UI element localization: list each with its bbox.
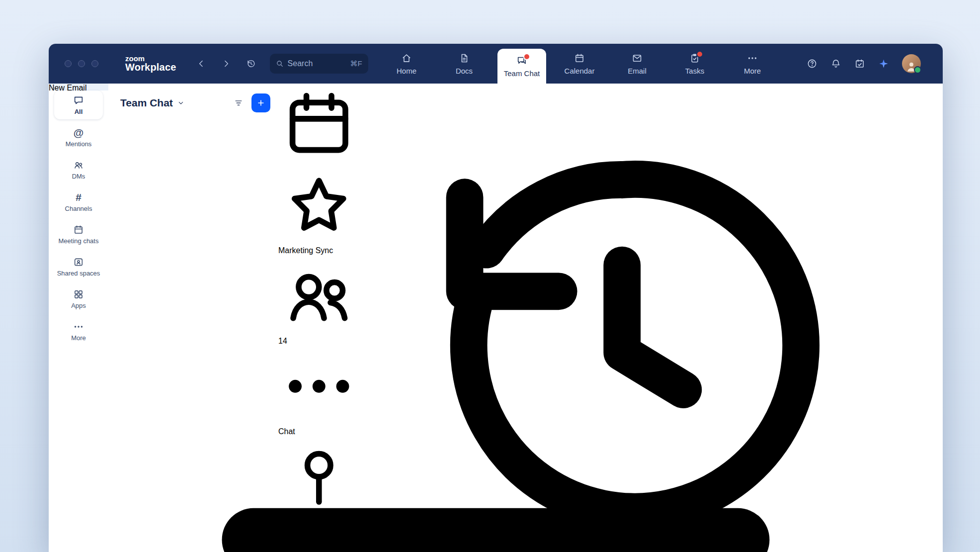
history-button[interactable] <box>246 59 256 69</box>
nav-calendar[interactable]: Calendar <box>555 44 604 84</box>
search-shortcut: ⌘F <box>350 59 362 68</box>
zoom-workplace-window: zoom Workplace Search ⌘F Home Docs <box>49 44 943 552</box>
forward-button[interactable] <box>221 59 231 69</box>
nav-team-chat[interactable]: Team Chat <box>497 49 546 84</box>
home-icon <box>401 53 412 64</box>
tasks-icon <box>689 53 700 64</box>
presence-dot <box>914 66 921 74</box>
minimize-button[interactable] <box>49 92 943 552</box>
primary-nav: Home Docs Team Chat Calendar Email <box>382 44 777 84</box>
profile-avatar[interactable] <box>902 54 921 73</box>
window-close-dot[interactable] <box>65 60 72 67</box>
nav-docs[interactable]: Docs <box>440 44 489 84</box>
more-icon <box>747 53 758 64</box>
team-chat-icon <box>516 55 527 66</box>
calendar-icon <box>574 53 585 64</box>
nav-email[interactable]: Email <box>613 44 661 84</box>
email-icon <box>632 53 643 64</box>
modal-title: New Email <box>49 84 86 92</box>
search-icon <box>276 60 284 68</box>
upcoming-meetings-button[interactable] <box>854 58 865 69</box>
tasks-badge <box>696 51 703 58</box>
window-controls[interactable] <box>65 60 98 67</box>
nav-more[interactable]: More <box>728 44 777 84</box>
ai-companion-button[interactable] <box>878 58 889 69</box>
new-email-modal: New Email To ML Customer X Cc Bcc Projec… <box>49 84 943 552</box>
nav-tasks[interactable]: Tasks <box>670 44 719 84</box>
top-bar: zoom Workplace Search ⌘F Home Docs <box>49 44 943 84</box>
docs-icon <box>459 53 470 64</box>
search-input[interactable]: Search ⌘F <box>270 54 368 74</box>
window-zoom-dot[interactable] <box>91 60 98 67</box>
help-button[interactable] <box>807 58 817 69</box>
nav-home[interactable]: Home <box>382 44 431 84</box>
search-placeholder: Search <box>288 59 313 68</box>
window-minimize-dot[interactable] <box>78 60 85 67</box>
team-chat-badge <box>523 53 530 60</box>
back-button[interactable] <box>196 59 206 69</box>
zoom-workplace-logo: zoom Workplace <box>125 55 176 73</box>
notifications-button[interactable] <box>830 58 841 69</box>
